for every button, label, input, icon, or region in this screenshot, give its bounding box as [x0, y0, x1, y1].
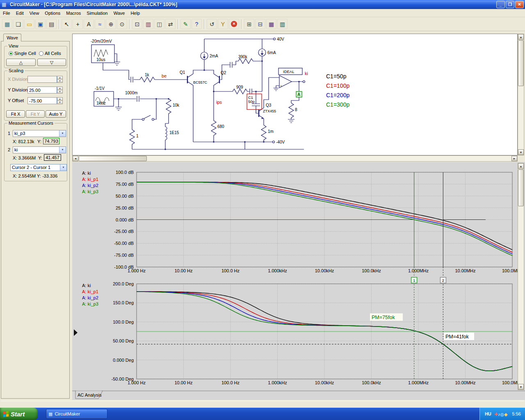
single-cell-radio[interactable]: [9, 51, 13, 56]
svg-text:A: ki_p3: A: ki_p3: [82, 189, 98, 194]
reset-simulation-button[interactable]: ↺: [207, 19, 217, 29]
place-part-button[interactable]: +: [73, 19, 83, 29]
pm2-annotation: PM=41fok: [445, 334, 469, 340]
new-file-button[interactable]: ❑: [13, 19, 23, 29]
cursor1-x-value: X: 812.13k: [13, 139, 34, 144]
scope-window-icon: ⊟: [258, 21, 263, 27]
menu-help[interactable]: Help: [128, 10, 143, 16]
edit-part-button[interactable]: ▥: [143, 19, 153, 29]
hscroll-thumb[interactable]: [79, 156, 147, 161]
print-button[interactable]: ▤: [46, 19, 57, 29]
language-indicator[interactable]: HU: [485, 411, 491, 416]
menu-macros[interactable]: Macros: [63, 10, 84, 16]
vscroll-thumb[interactable]: [518, 40, 524, 86]
x-division-spinner[interactable]: [57, 76, 63, 83]
taskbar-task-circuitmaker[interactable]: ▦ CircuitMaker: [46, 409, 107, 419]
menu-wave[interactable]: Wave: [111, 10, 128, 16]
scroll-left-button[interactable]: ◄: [73, 156, 78, 161]
cursor2-trace-select[interactable]: ki: [13, 146, 66, 153]
label-q1: Q1: [180, 70, 185, 75]
svg-text:C1=200p: C1=200p: [326, 92, 349, 98]
tray-icon-1[interactable]: ✚: [494, 412, 498, 417]
menu-view[interactable]: View: [27, 10, 42, 16]
tile-view-button[interactable]: ⇄: [165, 19, 176, 29]
split-view-button[interactable]: ◫: [154, 19, 164, 29]
menu-simulation[interactable]: Simulation: [84, 10, 110, 16]
scroll-right-button[interactable]: ►: [511, 156, 517, 161]
svg-text:C1=300p: C1=300p: [326, 101, 349, 108]
y-offset-input[interactable]: [27, 97, 57, 104]
cell-down-button[interactable]: ▽: [37, 59, 66, 66]
cursor1-y-label: Y:: [37, 139, 41, 144]
trace-handle-icon[interactable]: [74, 329, 78, 336]
scroll-down-button[interactable]: ▼: [518, 149, 524, 155]
help-button[interactable]: ?: [192, 19, 202, 29]
waveform-window-icon: ⊞: [247, 21, 252, 27]
menu-options[interactable]: Options: [42, 10, 63, 16]
menu-edit[interactable]: Edit: [13, 10, 27, 16]
edit-part-icon: ▥: [146, 21, 151, 27]
zoom-tool-button[interactable]: ⊙: [117, 19, 127, 29]
tray-icon-2[interactable]: ◍: [500, 412, 504, 417]
y-offset-label: Y Offset: [8, 98, 24, 103]
schematic-vscrollbar[interactable]: ▲ ▼: [518, 34, 524, 155]
svg-text:0.000 dB: 0.000 dB: [116, 217, 134, 222]
all-cells-radio[interactable]: [39, 51, 43, 56]
cursor2-index: 2: [8, 147, 10, 152]
scaling-group-label: Scaling: [7, 68, 25, 73]
label-src2: -1/1V: [95, 86, 105, 91]
save-file-button[interactable]: ▣: [35, 19, 46, 29]
cell-up-button[interactable]: △: [6, 59, 36, 66]
zoom-tool-icon: ⊙: [120, 21, 125, 27]
zoom-in-tool-button[interactable]: ⊕: [106, 19, 116, 29]
waveform-vscrollbar[interactable]: ▲ ▼: [518, 163, 524, 390]
probe-tool-button[interactable]: Y: [218, 19, 228, 29]
fit-y-button[interactable]: Fit Y: [26, 110, 45, 118]
waveform-window-button[interactable]: ⊞: [244, 19, 254, 29]
select-tool-button[interactable]: ↖: [62, 19, 72, 29]
svg-text:1.000 Hz: 1.000 Hz: [128, 268, 146, 273]
close-button[interactable]: ✕: [515, 1, 524, 8]
svg-text:C1=100p: C1=100p: [326, 82, 349, 89]
y-division-spinner[interactable]: [57, 87, 63, 94]
auto-y-button[interactable]: Auto Y: [46, 110, 66, 118]
label-q1-model: BC557C: [193, 80, 208, 84]
place-text-button[interactable]: A: [84, 19, 94, 29]
schematic-hscrollbar[interactable]: ◄ ►: [72, 155, 518, 162]
scroll-up-button[interactable]: ▲: [518, 34, 524, 40]
menu-file[interactable]: File: [0, 10, 13, 16]
digital-window-button[interactable]: ▦: [266, 19, 276, 29]
tab-ac-analysis[interactable]: AC Analysis: [78, 393, 102, 397]
maximize-button[interactable]: ❐: [506, 1, 514, 8]
wave-scroll-up-button[interactable]: ▲: [518, 163, 524, 169]
open-file-button[interactable]: ▭: [24, 19, 34, 29]
start-button[interactable]: Start: [0, 408, 38, 420]
label-1e15: 1E15: [169, 130, 179, 135]
svg-text:A: ki_p3: A: ki_p3: [82, 301, 98, 306]
cursor2-trace-value: ki: [14, 147, 18, 152]
stop-simulation-button[interactable]: ✕: [229, 19, 239, 29]
tray-icons: ✚♪◍◆: [494, 410, 508, 418]
svg-text:A: ki_p2: A: ki_p2: [82, 183, 98, 188]
wave-scroll-down-button[interactable]: ▼: [518, 384, 524, 390]
cursor-diff-select[interactable]: Cursor 2 - Cursor 1: [10, 164, 67, 171]
taskbar: Start ▦ CircuitMaker HU ✚♪◍◆ 5:56: [0, 408, 525, 420]
board-button[interactable]: ▦: [2, 19, 12, 29]
schematic-canvas[interactable]: 40V -40V 2mA 6mA 390k -20m/20mV 10us -1/…: [72, 34, 518, 155]
y-division-input[interactable]: [27, 87, 57, 94]
tab-wave[interactable]: Wave: [3, 34, 21, 41]
fit-x-button[interactable]: Fit X: [6, 110, 25, 118]
run-simulation-button[interactable]: ✎: [180, 19, 191, 29]
y-offset-spinner[interactable]: [57, 97, 63, 104]
wave-vscroll-thumb[interactable]: [518, 169, 524, 206]
cursor-flags[interactable]: 12: [411, 277, 446, 283]
search-part-button[interactable]: ⊡: [132, 19, 142, 29]
tray-icon-3[interactable]: ◆: [504, 412, 507, 417]
wire-tool-button[interactable]: ≈: [95, 19, 105, 29]
cursor1-trace-select[interactable]: ki_p3: [13, 130, 66, 137]
scope-window-button[interactable]: ⊟: [255, 19, 265, 29]
minimize-button[interactable]: _: [496, 1, 505, 8]
x-division-input[interactable]: [27, 76, 57, 83]
phase-legend: A: kiA: ki_p1A: ki_p2A: ki_p3: [82, 283, 98, 306]
multimeter-window-button[interactable]: ▥: [277, 19, 288, 29]
